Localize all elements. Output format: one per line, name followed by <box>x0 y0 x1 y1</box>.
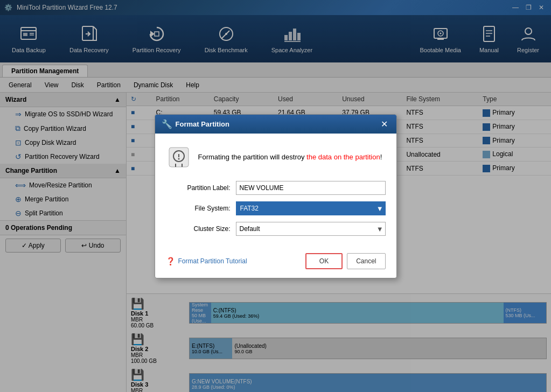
tutorial-link[interactable]: Format Partition Tutorial <box>178 257 247 265</box>
cluster-size-label: Cluster Size: <box>166 225 231 233</box>
file-system-select-container: FAT32 NTFS FAT16 FAT12 exFAT Ext2 Ext3 E… <box>236 201 386 215</box>
format-partition-title-icon: 🔧 <box>162 119 172 129</box>
cluster-size-row: Cluster Size: Default 512 Bytes 1 KB 2 K… <box>166 222 386 236</box>
svg-point-27 <box>178 158 179 159</box>
format-partition-dialog: 🔧 Format Partition ✕ <box>155 114 397 278</box>
modal-close-button[interactable]: ✕ <box>379 119 390 129</box>
ok-button[interactable]: OK <box>305 253 343 269</box>
warning-highlight: the data on the partition <box>306 153 380 161</box>
tutorial-link-container: ❓ Format Partition Tutorial <box>166 257 247 265</box>
warning-text: Formating the partition will destroy the… <box>198 152 382 163</box>
modal-buttons: OK Cancel <box>305 253 386 269</box>
partition-label-row: Partition Label: <box>166 181 386 195</box>
cluster-size-select[interactable]: Default 512 Bytes 1 KB 2 KB 4 KB 8 KB <box>236 222 386 236</box>
modal-title-bar: 🔧 Format Partition ✕ <box>155 115 396 134</box>
modal-overlay: 🔧 Format Partition ✕ <box>0 0 551 392</box>
partition-label-input[interactable] <box>236 181 386 195</box>
modal-title-container: 🔧 Format Partition <box>162 119 229 129</box>
modal-warning: Formating the partition will destroy the… <box>166 144 386 170</box>
partition-label-label: Partition Label: <box>166 184 231 192</box>
file-system-label: File System: <box>166 205 231 212</box>
warning-icon <box>166 144 192 170</box>
modal-title: Format Partition <box>176 120 229 128</box>
help-circle-icon: ❓ <box>166 257 175 265</box>
file-system-select[interactable]: FAT32 NTFS FAT16 FAT12 exFAT Ext2 Ext3 E… <box>236 201 386 215</box>
cancel-button[interactable]: Cancel <box>347 253 385 269</box>
modal-body: Formating the partition will destroy the… <box>155 134 396 253</box>
cluster-size-select-container: Default 512 Bytes 1 KB 2 KB 4 KB 8 KB ▼ <box>236 222 386 236</box>
modal-footer: ❓ Format Partition Tutorial OK Cancel <box>155 253 396 278</box>
file-system-row: File System: FAT32 NTFS FAT16 FAT12 exFA… <box>166 201 386 215</box>
